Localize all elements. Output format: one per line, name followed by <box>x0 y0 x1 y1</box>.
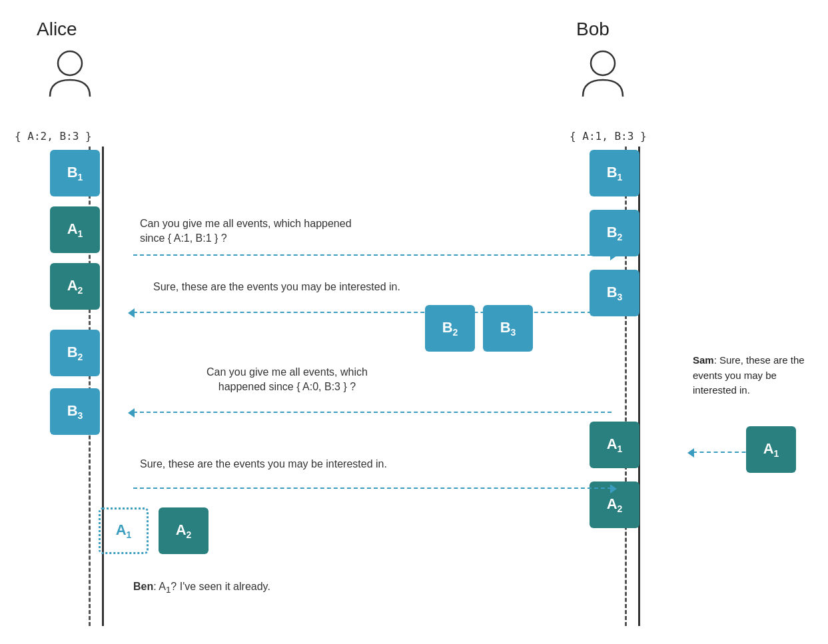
msg4-arrow <box>133 487 612 489</box>
transfer-A2: A2 <box>159 507 208 554</box>
bob-event-B3: B3 <box>590 270 639 316</box>
bob-avatar <box>576 47 629 103</box>
transfer-B2: B2 <box>425 305 475 352</box>
alice-vector-clock: { A:2, B:3 } <box>15 130 92 143</box>
svg-point-1 <box>591 51 615 75</box>
alice-event-B2: B2 <box>50 330 100 376</box>
bob-label: Bob <box>576 19 610 40</box>
alice-label: Alice <box>37 19 77 40</box>
alice-avatar <box>43 47 97 103</box>
transfer-A1-dotted: A1 <box>99 507 149 554</box>
alice-event-B3: B3 <box>50 388 100 435</box>
msg3-text: Can you give me all events, whichhappene… <box>207 365 368 395</box>
msg1-text: Can you give me all events, which happen… <box>140 216 352 246</box>
alice-event-A1: A1 <box>50 206 100 253</box>
msg4-text: Sure, these are the events you may be in… <box>140 457 387 472</box>
bob-event-B1: B1 <box>590 150 639 196</box>
transfer-B3: B3 <box>483 305 533 352</box>
bob-event-A1: A1 <box>590 422 639 468</box>
msg2-text: Sure, these are the events you may be in… <box>153 280 400 294</box>
bob-event-B2: B2 <box>590 210 639 256</box>
bob-vector-clock: { A:1, B:3 } <box>570 130 647 143</box>
msg2-arrow <box>133 312 612 313</box>
sam-arrow <box>693 452 753 453</box>
sam-message: Sam: Sure, these are the events you may … <box>693 353 819 398</box>
diagram: Alice Bob { A:2, B:3 } { A:1, B:3 } B1 A… <box>0 0 828 644</box>
svg-point-0 <box>58 51 82 75</box>
sam-event-A1: A1 <box>746 426 796 473</box>
msg1-arrow <box>133 254 612 256</box>
alice-event-B1: B1 <box>50 150 100 196</box>
ben-message: Ben: A1? I've seen it already. <box>133 579 270 597</box>
alice-event-A2: A2 <box>50 263 100 310</box>
msg3-arrow <box>133 412 612 413</box>
alice-timeline <box>102 147 104 626</box>
